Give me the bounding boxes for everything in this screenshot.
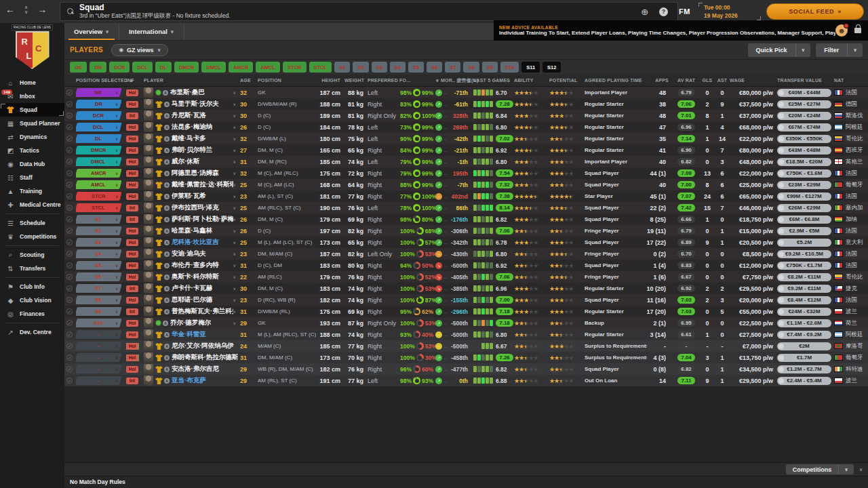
chevron-down-icon[interactable]: ∨ — [233, 171, 240, 176]
position-filter-s11[interactable]: S11 — [521, 62, 540, 73]
position-badge[interactable]: -∨ — [76, 365, 122, 373]
column-header-wage[interactable]: WAGE — [730, 78, 777, 83]
row-select-checkbox[interactable]: ✓ — [66, 147, 73, 153]
info-badge[interactable]: Int — [126, 216, 138, 223]
table-row[interactable]: ✓GK∨HolA布里斯·桑巴∨32GK187 cm88 kgLeft98%99%… — [64, 87, 868, 98]
chevron-down-icon[interactable]: ∨ — [233, 286, 240, 291]
transfer-value[interactable]: €5.2M — [777, 239, 831, 247]
position-badge[interactable]: STCR∨ — [76, 192, 122, 201]
info-badge[interactable]: Hol — [126, 331, 138, 338]
quick-pick-button[interactable]: Quick Pick ∨ — [748, 43, 811, 57]
transfer-value[interactable]: €40M - €44M — [777, 89, 831, 97]
info-badge[interactable]: Hol — [126, 170, 138, 177]
table-row[interactable]: ✓-∨HolA弗朗奇斯科·热拉尔德斯31DM, M/AM (C)173 cm70… — [64, 352, 868, 363]
chevron-down-icon[interactable]: ∨ — [233, 321, 240, 325]
position-badge[interactable]: DMCR∨ — [76, 146, 122, 155]
position-badge[interactable]: S2∨ — [76, 226, 122, 235]
info-badge[interactable]: Hol — [126, 228, 138, 235]
row-select-checkbox[interactable]: ✓ — [66, 182, 73, 188]
chevron-down-icon[interactable]: ∨ — [233, 251, 240, 256]
player-name[interactable]: 丹尼斯·瓦洛 — [172, 111, 206, 120]
column-header-l5[interactable]: LAST 5 GAMES — [473, 78, 514, 83]
position-filter-stcr[interactable]: STCR — [283, 62, 306, 73]
position-filter-dcr[interactable]: DCR — [109, 62, 130, 73]
player-name[interactable]: 萨利斯·阿卜杜勒·萨梅德 — [172, 215, 233, 224]
table-row[interactable]: ✓S1∨IntA萨利斯·阿卜杜勒·萨梅德∨26DM, M (C)179 cm69… — [64, 214, 868, 225]
info-badge[interactable]: Hol — [126, 136, 138, 142]
row-select-checkbox[interactable]: ✓ — [66, 193, 73, 199]
position-badge[interactable]: -∨ — [76, 342, 122, 350]
position-badge[interactable]: S5∨ — [76, 261, 122, 270]
sidebar-item-home[interactable]: ⌂Home — [0, 76, 64, 89]
chevron-down-icon[interactable]: ∨ — [233, 217, 240, 222]
position-filter-dl[interactable]: DL — [155, 62, 172, 73]
table-row[interactable]: ✓S9∨IntA普热梅斯瓦夫·弗兰科夫斯基∨31D/WB/M (RL)175 c… — [64, 306, 868, 317]
transfer-value[interactable]: €7.4M - €9.2M — [777, 331, 831, 339]
filter-button[interactable]: Filter ∨ — [816, 43, 863, 57]
column-header-apt[interactable]: AGREED PLAYING TIME — [585, 78, 647, 83]
transfer-value[interactable]: €1.2M - €2.7M — [777, 365, 831, 373]
table-row[interactable]: ✓DL∨HolA戴维·马卡多∨32D/WB/M (L)180 cm75 kgLe… — [64, 133, 868, 144]
chevron-down-icon[interactable]: ∨ — [233, 159, 240, 164]
transfer-value[interactable]: €8.4M - €12M — [777, 296, 831, 304]
position-badge[interactable]: DL∨ — [76, 134, 122, 143]
transfer-value[interactable]: €8.2M - €11M — [777, 273, 831, 281]
table-row[interactable]: ✓S2∨HolA哈里森·马鑫林∨26D (C)197 cm82 kgRight1… — [64, 225, 868, 237]
assistant-avatar[interactable]: ☻ — [835, 24, 848, 37]
player-name[interactable]: 奥斯卡·科尔特斯 — [172, 272, 219, 281]
column-header-tv[interactable]: TRANSFER VALUE — [777, 78, 834, 83]
position-badge[interactable]: -∨ — [76, 353, 122, 362]
info-badge[interactable]: Hol — [126, 124, 138, 131]
position-badge[interactable]: S4∨ — [76, 249, 122, 258]
player-name[interactable]: 马里于斯·沃尔夫 — [172, 100, 219, 108]
position-filter-dmcr[interactable]: DMCR — [174, 62, 199, 73]
sidebar-item-schedule[interactable]: ☰Schedule — [0, 216, 64, 230]
row-select-checkbox[interactable]: ✓ — [66, 274, 73, 280]
column-header-nat[interactable]: NAT — [834, 78, 868, 83]
transfer-value[interactable]: €350K - €550K — [777, 135, 831, 143]
position-filter-s4[interactable]: S4 — [390, 62, 406, 73]
position-filter-s8[interactable]: S8 — [463, 62, 479, 73]
row-select-checkbox[interactable]: ✓ — [66, 124, 73, 130]
info-badge[interactable]: Hol — [126, 297, 138, 304]
column-header-badge[interactable]: POSITION SELECTED ▲ — [76, 78, 126, 83]
row-select-checkbox[interactable]: ✓ — [66, 331, 73, 338]
chevron-down-icon[interactable]: ∨ — [233, 194, 240, 199]
row-select-checkbox[interactable]: ✓ — [66, 366, 73, 372]
table-row[interactable]: ✓-∨HolA安杰洛·弗尔吉尼29WB (R), DM, M/AM (C)182… — [64, 363, 868, 375]
table-row[interactable]: ✓S4∨HolA安迪·迪乌夫∨23DM, M/AM (C)187 cm82 kg… — [64, 248, 868, 260]
position-badge[interactable]: S8∨ — [76, 296, 122, 304]
info-badge[interactable]: Hol — [126, 262, 138, 269]
player-name[interactable]: 法昆多·梅迪纳 — [172, 123, 212, 131]
position-filter-dmcl[interactable]: DMCL — [201, 62, 226, 73]
sidebar-item-tactics[interactable]: ◩Tactics — [0, 144, 64, 157]
info-badge[interactable]: Hol — [126, 193, 138, 200]
competitions-dropdown[interactable]: Competitions ∨ — [786, 464, 854, 474]
position-filter-s10[interactable]: S10 — [500, 62, 519, 73]
chevron-down-icon[interactable]: ∨ — [233, 136, 240, 141]
table-row[interactable]: ✓STCR∨HolA伊莱耶·瓦希∨23AM (L), ST (C)181 cm7… — [64, 190, 868, 202]
row-select-checkbox[interactable]: ✓ — [66, 262, 73, 268]
player-name[interactable]: 布伦丹·查多内特 — [172, 261, 219, 270]
position-filter-s6[interactable]: S6 — [427, 62, 442, 73]
player-name[interactable]: 哈里森·马鑫林 — [172, 226, 212, 235]
info-badge[interactable]: Hol — [126, 101, 138, 108]
sidebar-item-club-vision[interactable]: ◆Club Vision — [0, 293, 64, 307]
column-header-height[interactable]: HEIGHT — [317, 78, 344, 83]
table-row[interactable]: ✓S6∨HolA奥斯卡·科尔特斯∨22AM (RLC)179 cm76 kgRi… — [64, 271, 868, 283]
back-arrow-icon[interactable]: ← — [5, 4, 15, 15]
info-badge[interactable]: Hol — [126, 159, 138, 165]
position-badge[interactable]: S1∨ — [76, 215, 122, 224]
position-badge[interactable]: S7∨ — [76, 284, 122, 293]
table-row[interactable]: ✓AMCL∨HolA戴维·佩雷拉·达·科斯塔∨25M (C), AM (LC)1… — [64, 179, 868, 190]
chevron-down-icon[interactable]: ∨ — [233, 309, 240, 314]
transfer-value[interactable]: €750K - €1.7M — [777, 262, 831, 270]
player-name[interactable]: 弗朗·贝尔特兰 — [172, 146, 212, 155]
column-header-apps[interactable]: APPS — [647, 78, 673, 83]
position-filter-s5[interactable]: S5 — [408, 62, 424, 73]
player-name[interactable]: 亚当·布克萨 — [172, 376, 206, 385]
table-row[interactable]: ✓S8∨HolA思耶诺·巴尔德∨23D (RC), WB (R)182 cm74… — [64, 294, 868, 306]
forward-arrow-icon[interactable]: → — [37, 4, 47, 15]
position-filter-amcr[interactable]: AMCR — [229, 62, 254, 73]
transfer-value[interactable]: €1.7M — [777, 354, 831, 362]
